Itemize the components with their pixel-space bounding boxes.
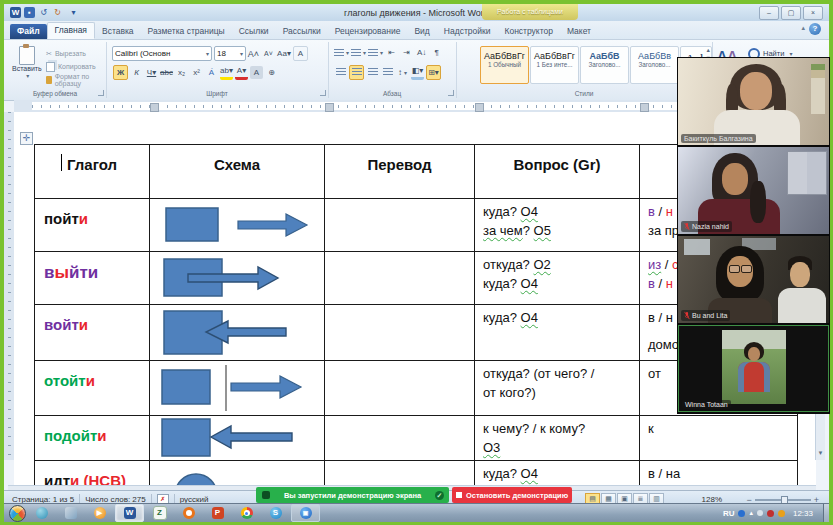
share-status-icon[interactable]: ✓	[435, 491, 444, 500]
verb-poiti[interactable]: пойти	[35, 199, 150, 252]
schema-cell[interactable]	[150, 305, 325, 361]
ruler-column-marker[interactable]	[640, 103, 649, 112]
question-cell[interactable]: откуда? (от чего? / от кого?)	[475, 361, 640, 416]
font-name-combo[interactable]: Calibri (Основн▾	[112, 46, 212, 61]
line-spacing-icon[interactable]: ↕▾	[396, 66, 409, 79]
taskbar-powerpoint[interactable]: P	[204, 505, 231, 521]
tray-icon-blue[interactable]	[738, 510, 745, 517]
tray-icon-white[interactable]	[757, 510, 763, 516]
taskbar-app-1[interactable]	[28, 505, 55, 521]
strikethrough-icon[interactable]: abc	[160, 66, 173, 79]
clipboard-dialog-launcher[interactable]	[98, 90, 104, 96]
tray-icon-red[interactable]	[767, 510, 774, 517]
word-app-icon[interactable]: W	[10, 7, 21, 18]
language-switch[interactable]: RU	[723, 509, 735, 518]
taskbar-skype[interactable]: S	[262, 505, 289, 521]
clear-formatting-icon[interactable]: А	[293, 46, 308, 61]
taskbar-app-3[interactable]: ▶	[86, 505, 113, 521]
bold-icon[interactable]: Ж	[113, 65, 128, 80]
tab-references[interactable]: Ссылки	[232, 24, 276, 39]
decrease-indent-icon[interactable]: ⇤	[385, 46, 398, 59]
tab-file[interactable]: Файл	[10, 24, 47, 39]
style-heading1[interactable]: АаБбВ Заголово...	[580, 46, 629, 84]
redo-icon[interactable]: ↻	[52, 7, 63, 18]
ruler-column-marker[interactable]	[475, 103, 484, 112]
taskbar-app-2[interactable]	[57, 505, 84, 521]
translation-cell[interactable]	[325, 252, 475, 305]
verb-voiti[interactable]: войти	[35, 305, 150, 361]
taskbar-chrome[interactable]	[233, 505, 260, 521]
qat-dropdown-icon[interactable]: ▾	[68, 7, 79, 18]
style-normal[interactable]: АаБбВвГг 1 Обычный	[480, 46, 529, 84]
bullets-icon[interactable]: ▾	[334, 46, 349, 59]
paste-button[interactable]: Вставить ▾	[12, 46, 42, 79]
table-header-question[interactable]: Вопрос (Gr)	[475, 145, 640, 199]
tab-table-layout[interactable]: Макет	[560, 24, 598, 39]
format-painter-button[interactable]: Формат по образцу	[46, 73, 106, 86]
question-cell[interactable]: к чему? / к кому? О3	[475, 416, 640, 461]
table-move-handle[interactable]: ✛	[20, 132, 33, 145]
schema-arrow-into-rect[interactable]	[154, 308, 319, 358]
style-heading2[interactable]: АаБбВв Заголово...	[630, 46, 679, 84]
schema-arrow-out-of-rect[interactable]	[154, 255, 319, 301]
question-cell[interactable]: куда? О4	[475, 305, 640, 361]
tab-review[interactable]: Рецензирование	[328, 24, 408, 39]
scroll-down-icon[interactable]: ▼	[816, 450, 825, 460]
ruler-column-marker[interactable]	[325, 103, 334, 112]
style-no-spacing[interactable]: АаБбВвГг 1 Без инте...	[530, 46, 579, 84]
grow-font-icon[interactable]: А˄	[247, 47, 260, 60]
tab-addins[interactable]: Надстройки	[437, 24, 498, 39]
align-center-icon[interactable]	[349, 65, 364, 80]
verb-podoiti[interactable]: подойти	[35, 416, 150, 461]
tray-expand-icon[interactable]: ▴	[749, 509, 753, 517]
schema-cell[interactable]	[150, 361, 325, 416]
close-button[interactable]: ×	[803, 6, 823, 20]
schema-rect-and-arrow-right[interactable]	[154, 203, 319, 247]
stop-share-button[interactable]: Остановить демонстрацию	[452, 487, 572, 503]
table-header-verb[interactable]: Глагол	[35, 145, 150, 199]
translation-cell[interactable]	[325, 199, 475, 252]
video-tile-3[interactable]: Bu and Lita	[678, 236, 829, 323]
styles-scroll-up-icon[interactable]: ▲	[706, 47, 711, 53]
subscript-icon[interactable]: x₂	[175, 66, 188, 79]
show-desktop-button[interactable]	[823, 504, 829, 522]
question-cell[interactable]: куда? О4 за чем? О5	[475, 199, 640, 252]
example-cell[interactable]: в / на	[640, 461, 798, 485]
ruler-column-marker[interactable]	[150, 103, 159, 112]
taskbar-word[interactable]: W	[115, 504, 144, 522]
question-cell[interactable]: куда? О4	[475, 461, 640, 485]
tab-home[interactable]: Главная	[47, 22, 95, 39]
font-color-icon[interactable]: А▾	[235, 64, 248, 80]
zoom-slider[interactable]	[755, 499, 811, 501]
paragraph-dialog-launcher[interactable]	[448, 90, 454, 96]
justify-icon[interactable]	[381, 66, 394, 79]
tab-view[interactable]: Вид	[407, 24, 436, 39]
tab-page-layout[interactable]: Разметка страницы	[141, 24, 232, 39]
question-cell[interactable]: откуда? О2 куда? О4	[475, 252, 640, 305]
verb-vyiti[interactable]: выйти	[35, 252, 150, 305]
font-dialog-launcher[interactable]	[320, 90, 326, 96]
shading-icon[interactable]: ◧▾	[411, 64, 424, 80]
schema-cell[interactable]	[150, 252, 325, 305]
schema-circle[interactable]	[154, 461, 319, 485]
schema-arrow-toward-rect[interactable]	[154, 417, 319, 459]
translation-cell[interactable]	[325, 305, 475, 361]
italic-icon[interactable]: К	[130, 66, 143, 79]
translation-cell[interactable]	[325, 416, 475, 461]
multilevel-list-icon[interactable]: ▾	[368, 46, 383, 59]
tab-insert[interactable]: Вставка	[95, 24, 141, 39]
numbering-icon[interactable]: ▾	[351, 46, 366, 59]
video-tile-1[interactable]: Бакиткүль Балгазина	[678, 58, 829, 145]
minimize-button[interactable]: –	[759, 6, 779, 20]
font-size-combo[interactable]: 18▾	[214, 46, 246, 61]
shrink-font-icon[interactable]: А˅	[262, 47, 275, 60]
taskbar-app-o[interactable]	[175, 505, 202, 521]
taskbar-app-z[interactable]: Z	[146, 505, 173, 521]
start-button[interactable]	[9, 505, 26, 522]
sort-icon[interactable]: А↓	[415, 46, 428, 59]
align-left-icon[interactable]	[334, 66, 347, 79]
phonetic-guide-icon[interactable]: А́	[205, 66, 218, 79]
underline-icon[interactable]: Ч▾	[145, 66, 158, 79]
table-header-translation[interactable]: Перевод	[325, 145, 475, 199]
tab-table-design[interactable]: Конструктор	[497, 24, 559, 39]
